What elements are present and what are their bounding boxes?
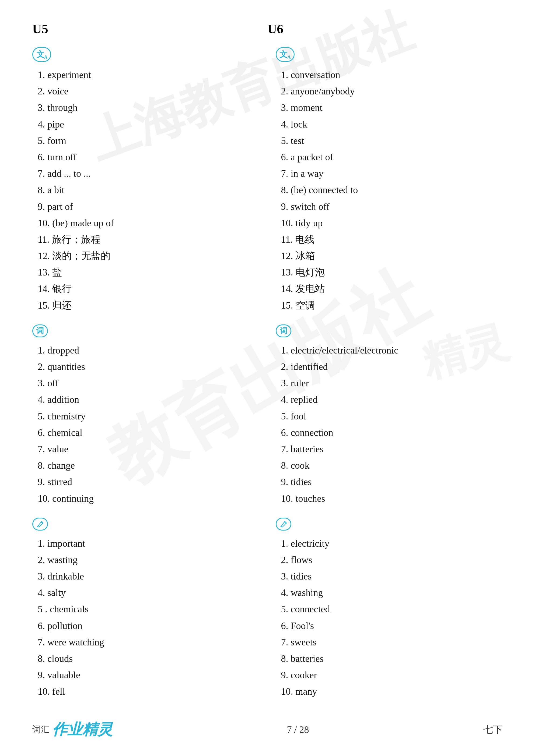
list-item: 14. 银行: [38, 281, 260, 297]
list-item: 2. wasting: [38, 552, 260, 568]
list-item: 6. turn off: [38, 149, 260, 166]
list-item: 9. tidies: [281, 474, 503, 490]
list-item: 8. cook: [281, 457, 503, 474]
unit6-heading: U6: [268, 21, 503, 36]
page: 教育出版社 上海教育出版社 精灵 U5 U6 文A 1. experiment …: [0, 0, 535, 756]
list-item: 3. off: [38, 375, 260, 392]
list-item: 12. 冰箱: [281, 248, 503, 264]
u5-write-icon-wrap: [32, 518, 260, 533]
list-item: 11. 电线: [281, 231, 503, 248]
footer: 词汇 作业精灵 7 / 28 七下: [0, 719, 535, 740]
list-item: 9. switch off: [281, 199, 503, 215]
list-item: 4. washing: [281, 585, 503, 601]
list-item: 10. continuing: [38, 491, 260, 507]
header-row: U5 U6: [32, 21, 503, 36]
pencil-icon: [36, 520, 44, 528]
list-item: 10. (be) made up of: [38, 215, 260, 231]
list-item: 4. replied: [281, 392, 503, 408]
list-item: 12. 淡的；无盐的: [38, 248, 260, 264]
u6-column: 文A 1. conversation 2. anyone/anybody 3. …: [276, 47, 503, 711]
u5-write-section: 1. important 2. wasting 3. drinkable 4. …: [32, 518, 260, 700]
u5-ci-list: 1. dropped 2. quantities 3. off 4. addit…: [32, 342, 260, 507]
list-item: 5. fool: [281, 408, 503, 424]
list-item: 1. experiment: [38, 67, 260, 83]
list-item: 10. tidy up: [281, 215, 503, 231]
list-item: 6. connection: [281, 424, 503, 441]
list-item: 8. change: [38, 457, 260, 474]
list-item: 5. connected: [281, 601, 503, 617]
list-item: 2. quantities: [38, 359, 260, 375]
u5-column: 文A 1. experiment 2. voice 3. through 4. …: [32, 47, 260, 711]
list-item: 6. Fool's: [281, 618, 503, 634]
list-item: 6. a packet of: [281, 149, 503, 166]
list-item: 8. (be) connected to: [281, 182, 503, 198]
list-item: 9. part of: [38, 199, 260, 215]
u5-write-list: 1. important 2. wasting 3. drinkable 4. …: [32, 535, 260, 700]
list-item: 11. 旅行；旅程: [38, 231, 260, 248]
pencil-icon-2: [279, 520, 288, 528]
list-item: 10. many: [281, 683, 503, 700]
u5-ci-icon-wrap: 词: [32, 324, 260, 340]
list-item: 4. salty: [38, 585, 260, 601]
u6-ci-label: 词: [280, 326, 287, 336]
u6-wen-label: 文A: [279, 49, 291, 60]
list-item: 10. fell: [38, 683, 260, 700]
list-item: 4. addition: [38, 392, 260, 408]
footer-logo: 作业精灵: [52, 719, 113, 740]
list-item: 15. 空调: [281, 297, 503, 314]
list-item: 3. moment: [281, 99, 503, 116]
list-item: 3. through: [38, 99, 260, 116]
u6-write-icon: [276, 518, 291, 530]
list-item: 8. clouds: [38, 651, 260, 667]
u6-write-section: 1. electricity 2. flows 3. tidies 4. was…: [276, 518, 503, 700]
list-item: 14. 发电站: [281, 281, 503, 297]
u6-ci-icon: 词: [276, 324, 291, 338]
u5-wen-icon-wrap: 文A: [32, 47, 260, 65]
u6-wen-section: 文A 1. conversation 2. anyone/anybody 3. …: [276, 47, 503, 314]
u5-ci-label: 词: [36, 326, 44, 336]
list-item: 13. 盐: [38, 264, 260, 281]
u6-ci-icon-wrap: 词: [276, 324, 503, 340]
u6-ci-list: 1. electric/electrical/electronic 2. ide…: [276, 342, 503, 507]
list-item: 1. dropped: [38, 342, 260, 359]
list-item: 8. a bit: [38, 182, 260, 198]
footer-left: 词汇 作业精灵: [32, 719, 113, 740]
list-item: 15. 归还: [38, 297, 260, 314]
list-item: 6. pollution: [38, 618, 260, 634]
list-item: 3. tidies: [281, 568, 503, 585]
u5-wen-section: 文A 1. experiment 2. voice 3. through 4. …: [32, 47, 260, 314]
u5-wen-icon: 文A: [32, 47, 51, 62]
u5-ci-icon: 词: [32, 324, 48, 338]
list-item: 1. electric/electrical/electronic: [281, 342, 503, 359]
list-item: 4. lock: [281, 116, 503, 133]
list-item: 9. stirred: [38, 474, 260, 490]
u5-wen-label: 文A: [36, 49, 47, 60]
u6-write-icon-wrap: [276, 518, 503, 533]
footer-page: 7 / 28: [287, 724, 309, 735]
list-item: 7. value: [38, 441, 260, 457]
list-item: 5 . chemicals: [38, 601, 260, 617]
list-item: 6. chemical: [38, 424, 260, 441]
list-item: 8. batteries: [281, 651, 503, 667]
list-item: 9. cooker: [281, 667, 503, 683]
u5-write-icon: [32, 518, 48, 530]
list-item: 7. add ... to ...: [38, 166, 260, 182]
u6-wen-list: 1. conversation 2. anyone/anybody 3. mom…: [276, 67, 503, 314]
list-item: 4. pipe: [38, 116, 260, 133]
list-item: 3. drinkable: [38, 568, 260, 585]
u6-wen-icon: 文A: [276, 47, 295, 62]
list-item: 2. anyone/anybody: [281, 83, 503, 99]
list-item: 3. ruler: [281, 375, 503, 392]
list-item: 5. test: [281, 133, 503, 149]
list-item: 13. 电灯泡: [281, 264, 503, 281]
list-item: 2. identified: [281, 359, 503, 375]
u6-ci-section: 词 1. electric/electrical/electronic 2. i…: [276, 324, 503, 507]
u6-wen-icon-wrap: 文A: [276, 47, 503, 65]
footer-label: 词汇: [32, 724, 49, 736]
footer-right: 七下: [483, 723, 503, 736]
list-item: 1. electricity: [281, 535, 503, 552]
list-item: 7. in a way: [281, 166, 503, 182]
list-item: 7. batteries: [281, 441, 503, 457]
list-item: 5. form: [38, 133, 260, 149]
list-item: 10. touches: [281, 491, 503, 507]
